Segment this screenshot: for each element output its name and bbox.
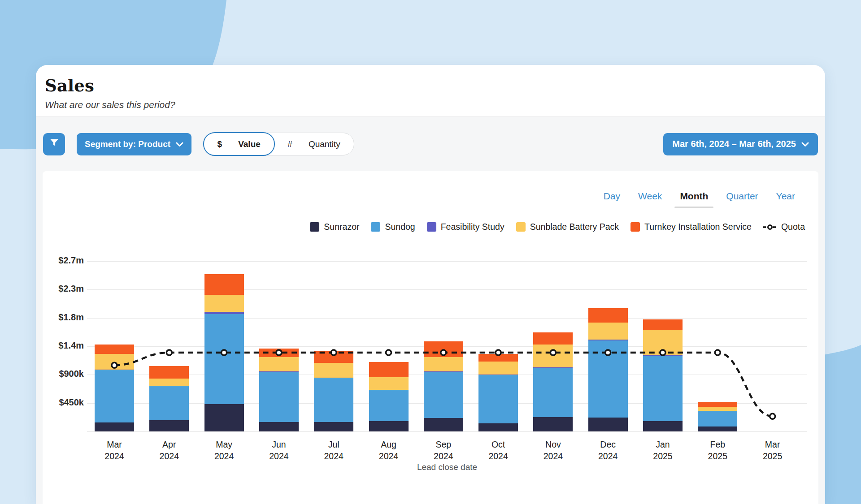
quota-marker[interactable] — [276, 350, 282, 355]
segment-by-dropdown[interactable]: Segment by: Product — [77, 133, 191, 155]
chevron-down-icon — [801, 139, 809, 149]
segment-by-label: Segment by: Product — [85, 139, 170, 149]
quota-marker[interactable] — [496, 350, 501, 355]
sales-card: Sales What are our sales this period? Se… — [36, 65, 825, 504]
hash-icon: # — [287, 139, 292, 149]
quota-marker[interactable] — [222, 350, 227, 355]
quota-line — [114, 353, 773, 416]
page-title: Sales — [45, 76, 816, 95]
quota-marker[interactable] — [660, 350, 665, 355]
date-range-button[interactable]: Mar 6th, 2024 – Mar 6th, 2025 — [663, 133, 818, 155]
toggle-value-label: Value — [238, 139, 261, 149]
toolbar: Segment by: Product $ Value # Quantity M… — [36, 117, 825, 171]
chart-plot: $450k$900k$1.4m$1.8m$2.3m$2.7mMar2024Apr… — [43, 171, 818, 504]
quota-line-overlay — [43, 171, 818, 504]
x-axis-title: Lead close date — [87, 462, 807, 472]
page-subtitle: What are our sales this period? — [45, 99, 816, 110]
chevron-down-icon — [176, 139, 183, 149]
toggle-quantity-option[interactable]: # Quantity — [274, 133, 353, 155]
quota-marker[interactable] — [166, 350, 172, 355]
funnel-icon — [49, 138, 59, 150]
quota-marker[interactable] — [605, 350, 611, 355]
quota-marker[interactable] — [386, 350, 391, 355]
background-wave-bottom-right — [823, 345, 861, 504]
toggle-value-option[interactable]: $ Value — [203, 132, 275, 156]
chart-panel: Day Week Month Quarter Year SunrazorSund… — [43, 171, 818, 504]
date-range-label: Mar 6th, 2024 – Mar 6th, 2025 — [672, 139, 796, 149]
value-quantity-toggle: $ Value # Quantity — [203, 133, 354, 155]
quota-marker[interactable] — [112, 362, 117, 368]
toggle-quantity-label: Quantity — [309, 139, 340, 149]
filter-button[interactable] — [43, 133, 65, 155]
quota-marker[interactable] — [770, 414, 775, 419]
quota-marker[interactable] — [550, 350, 556, 355]
quota-marker[interactable] — [441, 350, 446, 355]
dollar-icon: $ — [217, 139, 222, 149]
quota-marker[interactable] — [715, 350, 720, 355]
quota-marker[interactable] — [331, 350, 336, 355]
card-header: Sales What are our sales this period? — [36, 65, 825, 117]
